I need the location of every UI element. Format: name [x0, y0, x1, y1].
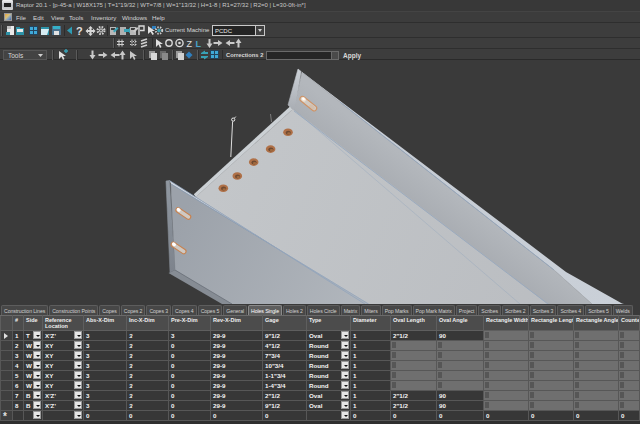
- svg-text:Z: Z: [187, 39, 193, 49]
- svg-text:L: L: [196, 39, 202, 49]
- svg-text:?: ?: [76, 25, 83, 37]
